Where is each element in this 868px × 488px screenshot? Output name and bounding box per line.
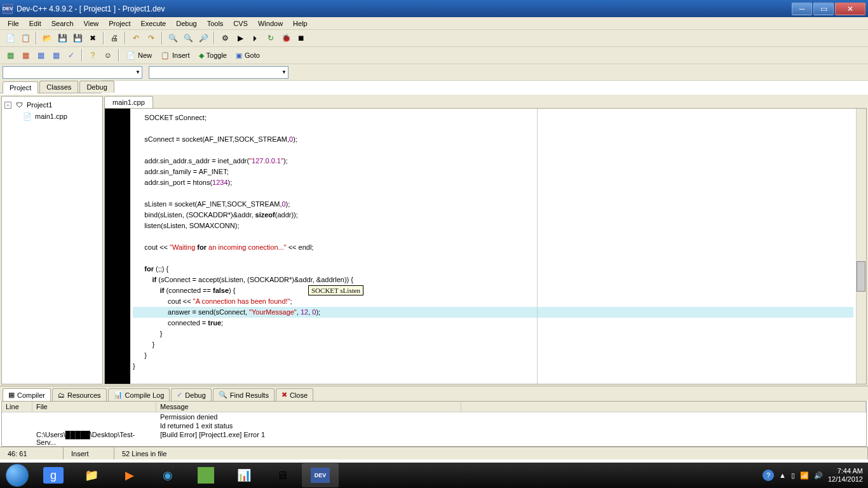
- check-icon[interactable]: ✓: [64, 48, 78, 62]
- col-line[interactable]: Line: [2, 402, 32, 412]
- col-message[interactable]: Message: [156, 402, 461, 412]
- find-next-icon[interactable]: 🔎: [196, 31, 210, 45]
- replace-icon[interactable]: 🔍: [181, 31, 195, 45]
- new-project-icon[interactable]: 📋: [18, 31, 32, 45]
- bottom-tabs: ▦Compiler 🗂Resources 📊Compile Log ✓Debug…: [0, 386, 868, 401]
- column-marker: [537, 109, 538, 384]
- cpp-file-icon: 📄: [22, 111, 32, 121]
- about-icon[interactable]: ☺: [101, 48, 115, 62]
- task-app3[interactable]: 📊: [226, 463, 262, 487]
- debug-run-icon[interactable]: 🐞: [279, 31, 293, 45]
- app-icon: DEV: [3, 4, 13, 14]
- system-tray[interactable]: ? ▲ ▯ 📶 🔊 7:44 AM 12/14/2012: [757, 467, 868, 484]
- goto-button[interactable]: ▣Goto: [231, 48, 264, 62]
- close-file-icon[interactable]: ✖: [86, 31, 100, 45]
- grid2-icon[interactable]: ▦: [18, 48, 32, 62]
- new-button[interactable]: 📄New: [122, 48, 156, 62]
- toggle-button[interactable]: ◆Toggle: [194, 48, 231, 62]
- wifi-icon[interactable]: 📶: [800, 471, 809, 480]
- menu-execute[interactable]: Execute: [135, 18, 171, 29]
- insert-icon: 📋: [161, 51, 170, 60]
- open-icon[interactable]: 📂: [40, 31, 54, 45]
- col-file[interactable]: File: [32, 402, 156, 412]
- btab-resources[interactable]: 🗂Resources: [52, 388, 107, 401]
- tab-debug[interactable]: Debug: [79, 81, 114, 93]
- insert-button[interactable]: 📋Insert: [156, 48, 194, 62]
- toggle-icon: ◆: [199, 51, 204, 60]
- menu-window[interactable]: Window: [253, 18, 288, 29]
- start-button[interactable]: [0, 463, 34, 488]
- btab-compiler[interactable]: ▦Compiler: [3, 388, 51, 401]
- project-tree: − 🛡 Project1 📄 main1.cpp: [1, 96, 103, 384]
- find-icon[interactable]: 🔍: [166, 31, 180, 45]
- grid1-icon[interactable]: ▦: [3, 48, 17, 62]
- status-pos: 46: 61: [0, 447, 64, 459]
- undo-icon[interactable]: ↶: [129, 31, 143, 45]
- col-empty[interactable]: [461, 402, 866, 412]
- menu-file[interactable]: File: [3, 18, 24, 29]
- compiler-row[interactable]: ld returned 1 exit status: [2, 421, 866, 430]
- new-file-small-icon: 📄: [126, 51, 135, 60]
- volume-icon[interactable]: 🔊: [814, 471, 823, 480]
- new-file-icon[interactable]: 📄: [3, 31, 17, 45]
- task-explorer[interactable]: 📁: [73, 463, 110, 487]
- clock[interactable]: 7:44 AM 12/14/2012: [828, 467, 863, 484]
- menu-help[interactable]: Help: [288, 18, 313, 29]
- minimize-button[interactable]: ─: [792, 3, 812, 15]
- toolbar-secondary: ▦ ▦ ▦ ▦ ✓ ? ☺ 📄New 📋Insert ◆Toggle ▣Goto: [0, 47, 868, 64]
- tree-root-label: Project1: [27, 101, 52, 109]
- help-icon[interactable]: ?: [86, 48, 100, 62]
- task-app2[interactable]: [187, 463, 224, 487]
- battery-icon[interactable]: ▯: [791, 471, 795, 480]
- goto-icon: ▣: [236, 51, 242, 60]
- task-chrome[interactable]: g: [35, 463, 72, 487]
- class-dropdown[interactable]: ▼: [3, 66, 142, 79]
- stop-icon[interactable]: ⏹: [294, 31, 308, 45]
- compile-icon[interactable]: ⚙: [218, 31, 232, 45]
- task-app4[interactable]: 🖥: [264, 463, 301, 487]
- compiler-row[interactable]: C:\Users\█████\Desktop\Test-Serv...[Buil…: [2, 430, 866, 447]
- rebuild-icon[interactable]: ↻: [264, 31, 278, 45]
- task-media[interactable]: ▶: [111, 463, 148, 487]
- tab-classes[interactable]: Classes: [39, 81, 78, 93]
- run-icon[interactable]: ▶: [233, 31, 247, 45]
- maximize-button[interactable]: ▭: [813, 3, 834, 15]
- taskbar: g 📁 ▶ ◉ 📊 🖥 DEV ? ▲ ▯ 📶 🔊 7:44 AM 12/14/…: [0, 463, 868, 488]
- btab-debug[interactable]: ✓Debug: [171, 388, 211, 401]
- menu-tools[interactable]: Tools: [202, 18, 229, 29]
- tree-root[interactable]: − 🛡 Project1: [4, 99, 100, 111]
- menu-cvs[interactable]: CVS: [228, 18, 253, 29]
- compiler-row[interactable]: Permission denied: [2, 412, 866, 421]
- help-tray-icon[interactable]: ?: [763, 470, 774, 481]
- code-editor[interactable]: SOCKET sConnect; sConnect = socket(AF_IN…: [104, 108, 867, 384]
- menu-project[interactable]: Project: [104, 18, 135, 29]
- compile-run-icon[interactable]: ⏵: [248, 31, 262, 45]
- save-all-icon[interactable]: 💾: [71, 31, 85, 45]
- btab-compile-log[interactable]: 📊Compile Log: [108, 388, 170, 401]
- btab-find-results[interactable]: 🔍Find Results: [213, 388, 275, 401]
- code-body[interactable]: SOCKET sConnect; sConnect = socket(AF_IN…: [130, 109, 856, 384]
- tree-child[interactable]: 📄 main1.cpp: [4, 111, 100, 122]
- save-icon[interactable]: 💾: [55, 31, 69, 45]
- menu-search[interactable]: Search: [46, 18, 79, 29]
- vertical-scrollbar[interactable]: [856, 109, 866, 384]
- function-dropdown[interactable]: ▼: [149, 66, 288, 79]
- sidebar-tabs: Project Classes Debug: [0, 79, 102, 93]
- task-devcpp[interactable]: DEV: [302, 463, 339, 487]
- menu-edit[interactable]: Edit: [24, 18, 46, 29]
- status-lines: 52 Lines in file: [114, 447, 868, 459]
- btab-close[interactable]: ✖Close: [276, 388, 313, 401]
- grid3-icon[interactable]: ▦: [34, 48, 48, 62]
- tab-project[interactable]: Project: [3, 81, 38, 93]
- close-button[interactable]: ✕: [835, 3, 865, 15]
- task-app1[interactable]: ◉: [149, 463, 186, 487]
- redo-icon[interactable]: ↷: [144, 31, 158, 45]
- editor-tab-main[interactable]: main1.cpp: [104, 96, 153, 108]
- menu-view[interactable]: View: [79, 18, 104, 29]
- menu-debug[interactable]: Debug: [171, 18, 201, 29]
- grid4-icon[interactable]: ▦: [49, 48, 63, 62]
- scrollbar-thumb[interactable]: [857, 261, 865, 292]
- print-icon[interactable]: 🖨: [107, 31, 121, 45]
- tray-up-icon[interactable]: ▲: [779, 471, 786, 479]
- collapse-icon[interactable]: −: [4, 102, 11, 109]
